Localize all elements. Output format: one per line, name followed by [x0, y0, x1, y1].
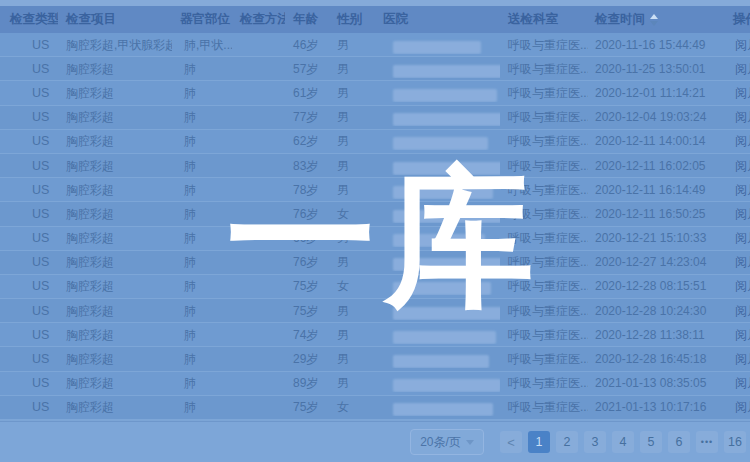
column-header-label: 检查方法 [240, 11, 285, 28]
cell-project: 胸腔彩超 [58, 323, 172, 347]
page-size-select[interactable]: 20条/页 [410, 429, 484, 455]
cell-type: US [0, 347, 58, 371]
cell-project: 胸腔彩超 [58, 57, 172, 81]
cell-hospital [375, 108, 500, 126]
view-images-link[interactable]: 阅片 [735, 134, 750, 148]
cell-gender: 男 [330, 371, 375, 395]
column-header-label: 检查项目 [66, 11, 116, 28]
table-row[interactable]: US胸腔彩超肺61岁男呼吸与重症医...2020-12-01 11:14:21阅… [0, 81, 750, 105]
cell-project: 胸腔彩超 [58, 274, 172, 298]
cell-time: 2020-12-28 11:38:11 [588, 323, 725, 347]
table-row[interactable]: US胸腔彩超肺57岁男呼吸与重症医...2020-11-25 13:50:01阅… [0, 57, 750, 81]
cell-action: 阅片 [725, 129, 750, 153]
table-row[interactable]: US胸腔彩超肺76岁女呼吸与重症医...2020-12-11 16:50:25阅… [0, 202, 750, 226]
view-images-link[interactable]: 阅片 [735, 86, 750, 100]
cell-type: US [0, 250, 58, 274]
column-header-label: 年龄 [293, 11, 318, 28]
view-images-link[interactable]: 阅片 [735, 62, 750, 76]
cell-organ: 肺 [172, 178, 232, 202]
page-ellipsis[interactable]: ••• [696, 431, 718, 453]
column-header-type: 检查类型 [0, 11, 58, 28]
cell-type: US [0, 81, 58, 105]
sort-asc-icon[interactable] [650, 14, 658, 26]
page-button-3[interactable]: 3 [584, 431, 606, 453]
table-row[interactable]: US胸腔彩超肺89岁男呼吸与重症医...2021-01-13 08:35:05阅… [0, 372, 750, 396]
cell-dept: 呼吸与重症医... [500, 178, 588, 202]
cell-age: 75岁 [285, 395, 330, 419]
cell-project: 胸腔彩超 [58, 347, 172, 371]
page-button-6[interactable]: 6 [668, 431, 690, 453]
view-images-link[interactable]: 阅片 [735, 279, 750, 293]
view-images-link[interactable]: 阅片 [735, 231, 750, 245]
cell-gender: 男 [330, 33, 375, 57]
cell-hospital [375, 84, 500, 102]
view-images-link[interactable]: 阅片 [735, 207, 750, 221]
table-row[interactable]: US胸腔彩超肺75岁男呼吸与重症医...2020-12-28 10:24:30阅… [0, 299, 750, 323]
exam-list-screen: 检查类型检查项目器官部位检查方法年龄性别医院送检科室检查时间操作 US胸腔彩超,… [0, 0, 750, 462]
view-images-link[interactable]: 阅片 [735, 159, 750, 173]
cell-organ: 肺 [172, 226, 232, 250]
page-button-1[interactable]: 1 [528, 431, 550, 453]
table-row[interactable]: US胸腔彩超肺83岁男呼吸与重症医...2020-12-11 16:02:05阅… [0, 154, 750, 178]
cell-project: 胸腔彩超 [58, 105, 172, 129]
cell-organ: 肺 [172, 57, 232, 81]
column-header-time[interactable]: 检查时间 [588, 11, 725, 28]
cell-action: 阅片 [725, 178, 750, 202]
view-images-link[interactable]: 阅片 [735, 38, 750, 52]
cell-age: 62岁 [285, 129, 330, 153]
page-button-5[interactable]: 5 [640, 431, 662, 453]
view-images-link[interactable]: 阅片 [735, 400, 750, 414]
view-images-link[interactable]: 阅片 [735, 183, 750, 197]
table-row[interactable]: US胸腔彩超肺75岁女呼吸与重症医...2021-01-13 10:17:16阅… [0, 396, 750, 420]
cell-time: 2021-01-13 10:17:16 [588, 395, 725, 419]
cell-hospital [375, 350, 500, 368]
cell-project: 胸腔彩超 [58, 81, 172, 105]
cell-project: 胸腔彩超,甲状腺彩超 [58, 33, 172, 57]
cell-age: 76岁 [285, 202, 330, 226]
hospital-redacted-block [393, 41, 481, 54]
prev-page-button[interactable]: < [500, 431, 522, 453]
cell-dept: 呼吸与重症医... [500, 105, 588, 129]
cell-gender: 女 [330, 395, 375, 419]
column-header-method: 检查方法 [232, 11, 285, 28]
cell-action: 阅片 [725, 395, 750, 419]
table-row[interactable]: US胸腔彩超肺78岁男呼吸与重症医...2020-12-11 16:14:49阅… [0, 178, 750, 202]
cell-dept: 呼吸与重症医... [500, 299, 588, 323]
cell-hospital [375, 253, 500, 271]
cell-type: US [0, 274, 58, 298]
cell-age: 77岁 [285, 105, 330, 129]
table-row[interactable]: US胸腔彩超肺29岁男呼吸与重症医...2020-12-28 16:45:18阅… [0, 347, 750, 371]
page-button-16[interactable]: 16 [724, 431, 746, 453]
column-header-project: 检查项目 [58, 11, 172, 28]
table-row[interactable]: US胸腔彩超肺76岁男呼吸与重症医...2020-12-27 14:23:04阅… [0, 251, 750, 275]
cell-type: US [0, 395, 58, 419]
cell-age: 29岁 [285, 347, 330, 371]
view-images-link[interactable]: 阅片 [735, 352, 750, 366]
view-images-link[interactable]: 阅片 [735, 304, 750, 318]
cell-action: 阅片 [725, 371, 750, 395]
view-images-link[interactable]: 阅片 [735, 328, 750, 342]
cell-time: 2020-12-28 08:15:51 [588, 274, 725, 298]
table-row[interactable]: US胸腔彩超,甲状腺彩超肺,甲状...46岁男呼吸与重症医...2020-11-… [0, 33, 750, 57]
table-row[interactable]: US胸腔彩超肺74岁男呼吸与重症医...2020-12-28 11:38:11阅… [0, 323, 750, 347]
cell-gender: 女 [330, 274, 375, 298]
table-row[interactable]: US胸腔彩超肺66岁男呼吸与重症医...2020-12-21 15:10:33阅… [0, 227, 750, 251]
cell-age: 46岁 [285, 33, 330, 57]
view-images-link[interactable]: 阅片 [735, 110, 750, 124]
cell-dept: 呼吸与重症医... [500, 371, 588, 395]
cell-type: US [0, 57, 58, 81]
cell-project: 胸腔彩超 [58, 299, 172, 323]
table-row[interactable]: US胸腔彩超肺77岁男呼吸与重症医...2020-12-04 19:03:24阅… [0, 106, 750, 130]
cell-action: 阅片 [725, 57, 750, 81]
chevron-left-icon: < [507, 435, 515, 450]
page-button-2[interactable]: 2 [556, 431, 578, 453]
view-images-link[interactable]: 阅片 [735, 376, 750, 390]
table-row[interactable]: US胸腔彩超肺75岁女呼吸与重症医...2020-12-28 08:15:51阅… [0, 275, 750, 299]
table-row[interactable]: US胸腔彩超肺62岁男呼吸与重症医...2020-12-11 14:00:14阅… [0, 130, 750, 154]
cell-dept: 呼吸与重症医... [500, 395, 588, 419]
view-images-link[interactable]: 阅片 [735, 255, 750, 269]
cell-time: 2020-12-21 15:10:33 [588, 226, 725, 250]
cell-gender: 男 [330, 226, 375, 250]
cell-dept: 呼吸与重症医... [500, 202, 588, 226]
page-button-4[interactable]: 4 [612, 431, 634, 453]
